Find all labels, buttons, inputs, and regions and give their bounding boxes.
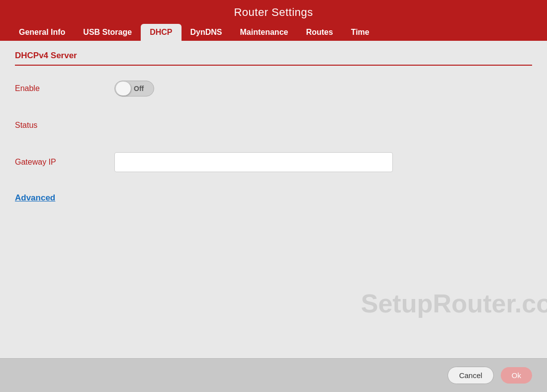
tab-time[interactable]: Time — [342, 24, 378, 41]
header: Router Settings General Info USB Storage… — [0, 0, 547, 41]
tab-routes[interactable]: Routes — [297, 24, 342, 41]
toggle-value-label: Off — [134, 85, 144, 93]
tab-maintenance[interactable]: Maintenance — [231, 24, 297, 41]
ok-button[interactable]: Ok — [501, 367, 532, 384]
footer: Cancel Ok — [0, 358, 547, 392]
status-row: Status — [15, 114, 532, 136]
dialog-box: Router Settings General Info USB Storage… — [0, 0, 547, 392]
enable-label: Enable — [15, 84, 114, 93]
enable-control: Off — [114, 81, 393, 97]
tab-dyndns[interactable]: DynDNS — [182, 24, 231, 41]
status-label: Status — [15, 121, 114, 130]
gateway-ip-row: Gateway IP — [15, 151, 532, 173]
gateway-ip-label: Gateway IP — [15, 158, 114, 167]
cancel-button[interactable]: Cancel — [448, 367, 494, 384]
enable-toggle[interactable]: Off — [114, 81, 154, 97]
toggle-knob — [116, 82, 131, 96]
watermark: SetupRouter.co — [361, 289, 547, 318]
tab-general-info[interactable]: General Info — [10, 24, 74, 41]
page-title: Router Settings — [234, 6, 313, 19]
tab-usb-storage[interactable]: USB Storage — [74, 24, 141, 41]
gateway-ip-control — [114, 152, 393, 172]
content-area: DHCPv4 Server Enable Off Status — [0, 41, 547, 358]
tab-dhcp[interactable]: DHCP — [141, 24, 181, 41]
toggle-container: Off — [114, 81, 393, 97]
nav-tabs: General Info USB Storage DHCP DynDNS Mai… — [10, 24, 537, 41]
dialog-container: Router Settings General Info USB Storage… — [0, 0, 547, 392]
advanced-link[interactable]: Advanced — [15, 193, 55, 203]
gateway-ip-input[interactable] — [114, 152, 393, 172]
enable-row: Enable Off — [15, 78, 532, 99]
section-title: DHCPv4 Server — [15, 51, 532, 66]
